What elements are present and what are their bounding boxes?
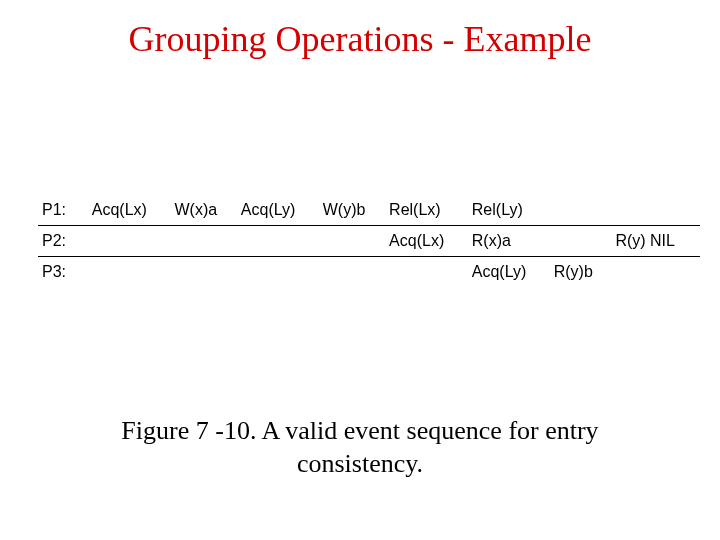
op-cell: W(x)a bbox=[170, 195, 236, 226]
op-cell bbox=[550, 195, 612, 226]
op-cell: R(y)b bbox=[550, 257, 612, 288]
op-cell: Acq(Ly) bbox=[237, 195, 319, 226]
proc-label: P3: bbox=[38, 257, 88, 288]
op-cell: Acq(Lx) bbox=[88, 195, 171, 226]
op-cell: Acq(Lx) bbox=[385, 226, 468, 257]
op-cell bbox=[170, 226, 236, 257]
table-row: P3: Acq(Ly) R(y)b bbox=[38, 257, 700, 288]
figure: P1: Acq(Lx) W(x)a Acq(Ly) W(y)b Rel(Lx) … bbox=[38, 195, 700, 287]
op-cell: W(y)b bbox=[319, 195, 385, 226]
proc-label: P1: bbox=[38, 195, 88, 226]
op-cell bbox=[170, 257, 236, 288]
slide-title: Grouping Operations - Example bbox=[0, 0, 720, 60]
proc-label: P2: bbox=[38, 226, 88, 257]
op-cell: Rel(Ly) bbox=[468, 195, 550, 226]
op-cell: R(y) NIL bbox=[611, 226, 700, 257]
op-cell bbox=[88, 257, 171, 288]
op-cell: Rel(Lx) bbox=[385, 195, 468, 226]
op-cell: R(x)a bbox=[468, 226, 550, 257]
sequence-table: P1: Acq(Lx) W(x)a Acq(Ly) W(y)b Rel(Lx) … bbox=[38, 195, 700, 287]
figure-caption: Figure 7 -10. A valid event sequence for… bbox=[0, 415, 720, 480]
op-cell bbox=[237, 257, 319, 288]
op-cell bbox=[319, 226, 385, 257]
table-row: P2: Acq(Lx) R(x)a R(y) NIL bbox=[38, 226, 700, 257]
table-row: P1: Acq(Lx) W(x)a Acq(Ly) W(y)b Rel(Lx) … bbox=[38, 195, 700, 226]
slide: Grouping Operations - Example P1: Acq(Lx… bbox=[0, 0, 720, 540]
op-cell bbox=[319, 257, 385, 288]
op-cell bbox=[611, 195, 700, 226]
op-cell bbox=[385, 257, 468, 288]
op-cell bbox=[88, 226, 171, 257]
op-cell: Acq(Ly) bbox=[468, 257, 550, 288]
op-cell bbox=[611, 257, 700, 288]
op-cell bbox=[550, 226, 612, 257]
op-cell bbox=[237, 226, 319, 257]
